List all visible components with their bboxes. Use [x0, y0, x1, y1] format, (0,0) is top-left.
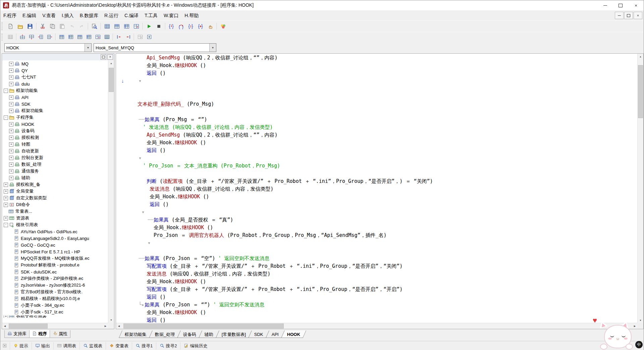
panel-tab-属性[interactable]: 属性 — [50, 330, 70, 338]
editor-vertical-scrollbar[interactable]: ▲ ▼ — [637, 54, 643, 323]
tree-item-SDK[interactable]: +SDK — [2, 101, 108, 107]
tree-item-设备码[interactable]: +设备码 — [2, 128, 108, 134]
expand-icon[interactable]: + — [9, 75, 13, 80]
mdi-close-button[interactable]: × — [634, 12, 642, 19]
mdi-restore-button[interactable] — [624, 12, 633, 19]
expand-icon[interactable]: + — [4, 183, 8, 187]
undo-button[interactable] — [67, 21, 77, 31]
scroll-down-icon[interactable]: ▼ — [638, 317, 643, 323]
doc-tab-[常量数据表][interactable]: [常量数据表] — [216, 331, 252, 338]
step-out-button[interactable]: {} — [186, 21, 196, 31]
expand-icon[interactable]: + — [9, 156, 13, 160]
minimize-button[interactable] — [597, 0, 613, 10]
segment-view-2-button[interactable] — [112, 21, 122, 31]
tree-item-模块引用表[interactable]: -模块引用表 — [2, 221, 108, 228]
step-over-button[interactable]: {} — [176, 21, 186, 31]
ime-indicator[interactable]: 中 — [635, 341, 643, 348]
tree-item-授权检测[interactable]: +授权检测 — [2, 134, 108, 141]
code-editor[interactable]: Api_SendMsg (响应QQ，2，收信群_讨论组，“”，内容)全局_Hoo… — [116, 53, 644, 329]
insert-col-button[interactable] — [36, 33, 45, 41]
table-tool-6-button[interactable] — [102, 33, 111, 41]
segment-view-1-button[interactable] — [102, 21, 112, 31]
paste-button[interactable] — [57, 21, 67, 31]
status-item-提示[interactable]: 提示 — [10, 343, 32, 349]
collapse-icon[interactable]: - — [4, 115, 8, 120]
expand-icon[interactable]: + — [4, 315, 8, 318]
table-tool-grid-button[interactable] — [6, 33, 15, 41]
menu-item-R.运行[interactable]: R.运行 — [101, 11, 121, 19]
status-item-搜寻2[interactable]: 搜寻2 — [156, 343, 180, 349]
table-tool-2-button[interactable] — [66, 33, 75, 41]
doc-tab-数据_处理[interactable]: 数据_处理 — [149, 331, 181, 338]
pause-hand-button[interactable] — [206, 21, 215, 31]
save-button[interactable] — [25, 21, 35, 31]
chevron-down-icon[interactable]: ▼ — [85, 44, 91, 52]
panel-float-button[interactable] — [101, 54, 106, 60]
table-tool-5-button[interactable] — [93, 33, 102, 41]
tree-item-zyJsonValue - zyJson修改2021-6[interactable]: zyJsonValue - zyJson修改2021-6 — [2, 282, 108, 289]
tree-item-控制台更新[interactable]: +控制台更新 — [2, 154, 108, 161]
table-tool-4-button[interactable] — [84, 33, 93, 41]
delete-col-button[interactable] — [45, 33, 54, 41]
support-library-config-button[interactable] — [218, 21, 228, 31]
expand-icon[interactable]: + — [9, 82, 13, 86]
scrollbar-thumb[interactable] — [123, 323, 284, 329]
tree-item-七七NT[interactable]: +七七NT — [2, 74, 108, 81]
tree-item-辅助[interactable]: +辅助 — [2, 174, 108, 181]
expand-icon[interactable]: + — [4, 216, 8, 220]
status-item-监视表[interactable]: 监视表 — [79, 343, 106, 349]
tree-item-HPSocket For E 5.7.1 rc1 - HP[interactable]: HPSocket For E 5.7.1 rc1 - HP — [2, 248, 108, 255]
delete-row-button[interactable] — [27, 33, 36, 41]
scrollbar-thumb[interactable] — [638, 65, 643, 118]
tree-item-自动更新[interactable]: +自动更新 — [2, 148, 108, 154]
tree-item-dulu[interactable]: +dulu — [2, 81, 108, 87]
expand-icon[interactable]: + — [4, 196, 8, 200]
code-area[interactable]: Api_SendMsg (响应QQ，2，收信群_讨论组，“”，内容)全局_Hoo… — [116, 54, 638, 323]
cut-button[interactable] — [38, 21, 48, 31]
tree-item-MyQQ开发模块 - MQ模块修改版.ec[interactable]: MyQQ开发模块 - MQ模块修改版.ec — [2, 255, 108, 262]
redo-button[interactable] — [77, 21, 87, 31]
expand-icon[interactable]: + — [4, 203, 8, 207]
tree-item-转图[interactable]: +转图 — [2, 141, 108, 148]
menu-item-V.查看[interactable]: V.查看 — [39, 11, 59, 19]
expand-icon[interactable]: + — [9, 62, 13, 66]
doc-tab-HOOK[interactable]: HOOK — [281, 331, 306, 338]
tree-item-Protobuf 解析模块 - protobuf.e[interactable]: Protobuf 解析模块 - protobuf.e — [2, 262, 108, 268]
menu-item-T.工具[interactable]: T.工具 — [142, 11, 161, 19]
expand-icon[interactable]: + — [9, 95, 13, 100]
expand-icon[interactable]: + — [9, 169, 13, 173]
menu-item-B.数据库[interactable]: B.数据库 — [77, 11, 101, 19]
tree-item-常量表...[interactable]: 常量表... — [2, 208, 108, 215]
expand-icon[interactable]: + — [9, 68, 13, 73]
tree-item-SDK - duluSDK.ec[interactable]: SDK - duluSDK.ec — [2, 268, 108, 275]
table-tool-1-button[interactable] — [57, 33, 66, 41]
menu-item-H.帮助[interactable]: H.帮助 — [181, 11, 202, 19]
status-item-调用表[interactable]: 调用表 — [53, 343, 79, 349]
tree-item-API[interactable]: +API — [2, 94, 108, 101]
expand-icon[interactable]: + — [4, 189, 8, 194]
tree-item-QY[interactable]: +QY — [2, 67, 108, 74]
expand-icon[interactable]: + — [9, 136, 13, 140]
tree-item-框架功能集[interactable]: -框架功能集 — [2, 87, 108, 94]
tree-item-GoCQ - GoCQ.ec[interactable]: GoCQ - GoCQ.ec — [2, 242, 108, 248]
tree-item-全局变量[interactable]: +全局变量 — [2, 188, 108, 195]
tree-item-框架功能集[interactable]: +框架功能集 — [2, 107, 108, 114]
panel-tab-支持库[interactable]: 支持库 — [4, 330, 30, 338]
tree-item-授权检测_备[interactable]: +授权检测_备 — [2, 181, 108, 188]
add-table-button[interactable] — [145, 33, 154, 41]
scroll-down-icon[interactable]: ▼ — [108, 317, 114, 323]
tree-item-AYuYan GdiPlus - GdiPlus.ec[interactable]: AYuYan GdiPlus - GdiPlus.ec — [2, 228, 108, 235]
collapse-icon[interactable]: - — [4, 89, 8, 93]
panel-close-button[interactable]: × — [107, 54, 113, 60]
panel-tab-程序[interactable]: 程序 — [29, 330, 50, 338]
collapse-icon[interactable]: - — [4, 223, 8, 227]
maximize-button[interactable] — [613, 0, 628, 10]
insert-row-button[interactable] — [18, 33, 27, 41]
mdi-minimize-button[interactable] — [615, 12, 624, 19]
menu-item-F.程序[interactable]: F.程序 — [0, 11, 19, 19]
tree-item-HOOK[interactable]: +HOOK — [2, 121, 108, 128]
table-tool-7-button[interactable] — [136, 33, 145, 41]
scroll-left-icon[interactable]: ◀ — [116, 323, 122, 329]
tree-item-Dll命令[interactable]: +Dll命令 — [2, 201, 108, 208]
expand-icon[interactable]: + — [9, 162, 13, 167]
